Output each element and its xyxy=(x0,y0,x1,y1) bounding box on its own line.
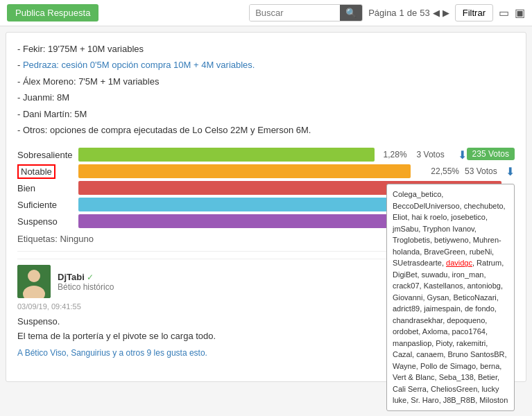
post-line-1: - Fekir: 19'75M + 10M variables xyxy=(17,41,515,57)
rating-label-bien: Bien xyxy=(17,183,78,193)
etiquetas-value: Ninguno xyxy=(60,234,93,244)
rating-label-sobresaliente: Sobresaliente xyxy=(17,150,78,160)
avatar-image xyxy=(17,265,51,298)
bar-percent-sobresaliente: 1,28% xyxy=(384,150,411,159)
username: DjTabi xyxy=(58,272,85,282)
user-info: DjTabi ✓ Bético histórico xyxy=(58,272,114,292)
rating-section: 235 Votos Sobresaliente 1,28% 3 Votos ⬇ … xyxy=(17,148,515,244)
username-row: DjTabi ✓ xyxy=(58,272,114,282)
search-container: 🔍 xyxy=(249,4,363,21)
bar-fill-sobresaliente xyxy=(78,148,375,162)
top-bar: Publica Respuesta 🔍 Página 1 de 53 ◀ ▶ F… xyxy=(0,0,532,26)
next-page-button[interactable]: ▶ xyxy=(443,8,449,18)
page-total: 53 xyxy=(420,8,429,18)
bar-percent-notable: 22,55% xyxy=(431,166,459,176)
bar-votes-sobresaliente: 3 Votos xyxy=(417,150,455,159)
etiquetas-label: Etiquetas: xyxy=(17,234,58,244)
highlighted-user: davidgc xyxy=(446,259,472,267)
avatar xyxy=(17,265,51,298)
user-title: Bético histórico xyxy=(58,282,114,292)
post-line-2: - Pedraza: cesión 0'5M opción compra 10M… xyxy=(17,57,515,73)
rating-row-sobresaliente: Sobresaliente 1,28% 3 Votos ⬇ xyxy=(17,148,467,162)
bar-fill-suspenso xyxy=(78,214,406,228)
search-button[interactable]: 🔍 xyxy=(340,5,362,21)
post-line-3: - Álex Moreno: 7'5M + 1M variables xyxy=(17,73,515,89)
bar-fill-notable xyxy=(78,164,411,178)
notable-popup: Colega_betico, BeccoDelUniversoo, chechu… xyxy=(386,184,515,411)
page-current: 1 xyxy=(400,8,404,18)
svg-point-1 xyxy=(28,270,40,282)
verify-icon: ✓ xyxy=(87,272,94,282)
content-area: - Fekir: 19'75M + 10M variables - Pedraz… xyxy=(6,32,526,382)
search-input[interactable] xyxy=(250,5,340,21)
rating-label-notable: Notable xyxy=(17,166,78,177)
pagination: Página 1 de 53 ◀ ▶ xyxy=(368,8,449,18)
download-icon-notable[interactable]: ⬇ xyxy=(506,165,515,178)
download-icon-sobresaliente[interactable]: ⬇ xyxy=(458,148,467,162)
rating-label-suficiente: Suficiente xyxy=(17,200,78,210)
page-of: de xyxy=(407,8,417,18)
post-text: - Fekir: 19'75M + 10M variables - Pedraz… xyxy=(17,41,515,138)
bar-votes-notable: 53 Votos xyxy=(465,166,503,176)
rating-row-notable: Notable 22,55% 53 Votos ⬇ Colega_betico,… xyxy=(17,164,515,178)
bar-notable xyxy=(78,164,428,178)
layout-grid-button[interactable]: ▣ xyxy=(515,6,525,19)
filter-button[interactable]: Filtrar xyxy=(455,4,493,21)
notable-label-box: Notable xyxy=(17,164,55,179)
layout-list-button[interactable]: ▭ xyxy=(499,6,509,19)
bar-sobresaliente xyxy=(78,148,381,162)
rating-label-suspenso: Suspenso xyxy=(17,216,78,227)
post-line-5: - Dani Martín: 5M xyxy=(17,106,515,122)
post-line-6: - Otros: opciones de compra ejecutadas d… xyxy=(17,122,515,138)
page-label: Página xyxy=(368,8,396,18)
post-line-4: - Juanmi: 8M xyxy=(17,89,515,105)
total-votes-badge: 235 Votos xyxy=(467,148,515,160)
prev-page-button[interactable]: ◀ xyxy=(433,8,440,18)
pedraza-link[interactable]: Pedraza: cesión 0'5M opción compra 10M +… xyxy=(23,60,255,70)
publish-button[interactable]: Publica Respuesta xyxy=(7,4,98,21)
